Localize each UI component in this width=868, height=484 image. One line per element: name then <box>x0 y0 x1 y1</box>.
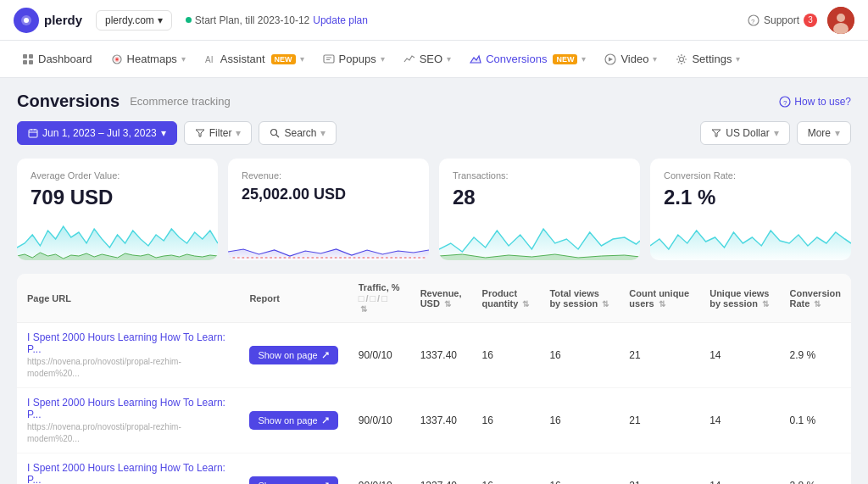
metric-value-aov: 709 USD <box>31 186 204 209</box>
navbar: Dashboard Heatmaps ▾ AI Assistant NEW ▾ … <box>0 41 868 78</box>
nav-item-assistant[interactable]: AI Assistant NEW ▾ <box>196 47 313 70</box>
nav-item-popups[interactable]: Popups ▾ <box>314 47 393 70</box>
metric-card-revenue: Revenue: 25,002.00 USD <box>228 159 429 260</box>
sort-icon-total-views[interactable]: ⇅ <box>602 299 609 309</box>
video-icon <box>604 53 616 65</box>
nav-label-settings: Settings <box>692 53 732 65</box>
sort-icon-unique-views[interactable]: ⇅ <box>762 299 769 309</box>
sort-icon[interactable]: ⇅ <box>360 304 367 314</box>
svg-rect-15 <box>324 55 334 63</box>
chevron-down-icon: ▾ <box>447 54 451 64</box>
chart-svg-aov <box>17 214 218 260</box>
settings-icon <box>676 53 687 65</box>
external-link-icon <box>321 351 330 359</box>
svg-marker-28 <box>196 130 204 136</box>
col-label-report: Report <box>249 293 279 303</box>
currency-button[interactable]: US Dollar ▾ <box>700 121 789 145</box>
search-button[interactable]: Search ▾ <box>259 121 337 145</box>
col-conversion-rate: ConversionRate ⇅ <box>779 274 851 323</box>
sort-icon-qty[interactable]: ⇅ <box>522 299 529 309</box>
cell-revenue-1: 1337.40 <box>410 388 472 453</box>
page-url-link-2[interactable]: I Spent 2000 Hours Learning How To Learn… <box>27 462 229 484</box>
table-row: I Spent 2000 Hours Learning How To Learn… <box>17 323 851 388</box>
page-header-left: Conversions Ecommerce tracking <box>17 92 231 111</box>
svg-rect-8 <box>29 54 33 58</box>
support-icon: ? <box>748 14 760 26</box>
heatmaps-icon <box>111 53 123 65</box>
col-label-page-url: Page URL <box>27 293 71 303</box>
update-plan-link[interactable]: Update plan <box>313 14 368 26</box>
cell-qty-0: 16 <box>472 323 540 388</box>
metric-card-conversion-rate: Conversion Rate: 2.1 % <box>650 159 851 260</box>
page-url-link-0[interactable]: I Spent 2000 Hours Learning How To Learn… <box>27 331 229 355</box>
nav-item-seo[interactable]: SEO ▾ <box>395 47 459 70</box>
svg-rect-7 <box>23 54 27 58</box>
chevron-down-icon: ▾ <box>158 14 163 26</box>
page-url-link-1[interactable]: I Spent 2000 Hours Learning How To Learn… <box>27 397 229 420</box>
search-label: Search <box>284 127 316 139</box>
nav-item-dashboard[interactable]: Dashboard <box>14 47 101 70</box>
show-on-page-button-0[interactable]: Show on page <box>249 346 337 364</box>
icon-box: □ <box>359 293 364 303</box>
svg-text:AI: AI <box>205 55 213 64</box>
col-label-traffic: Traffic, % <box>359 282 400 292</box>
nav-item-settings[interactable]: Settings ▾ <box>667 47 748 70</box>
metric-chart-conversion-rate <box>650 214 851 260</box>
nav-label-assistant: Assistant <box>220 53 265 65</box>
table-body: I Spent 2000 Hours Learning How To Learn… <box>17 323 851 485</box>
nav-label-dashboard: Dashboard <box>38 53 92 65</box>
metric-label-revenue: Revenue: <box>242 170 415 181</box>
cell-unique-users-0: 21 <box>619 323 699 388</box>
cell-cr-2: 2.8 % <box>779 453 851 485</box>
show-on-page-button-1[interactable]: Show on page <box>249 411 337 430</box>
support-badge: 3 <box>804 14 817 27</box>
more-button[interactable]: More ▾ <box>797 121 851 145</box>
avatar-image <box>827 7 854 34</box>
chevron-down-icon: ▾ <box>581 54 586 64</box>
col-unique-users: Count uniqueusers ⇅ <box>619 274 699 323</box>
metric-card-aov: Average Order Value: 709 USD <box>17 159 218 260</box>
site-selector[interactable]: plerdy.com ▾ <box>96 10 172 31</box>
page-url-sub-0: https://novena.pro/novosti/propal-rezhim… <box>27 357 181 378</box>
svg-marker-31 <box>712 130 721 136</box>
nav-item-conversions[interactable]: Conversions NEW ▾ <box>461 47 594 70</box>
filter-button[interactable]: Filter ▾ <box>184 121 253 145</box>
sort-icon-revenue[interactable]: ⇅ <box>444 299 451 309</box>
col-traffic-icons: □ / □ / □ <box>359 293 400 303</box>
logo-icon <box>14 8 39 33</box>
user-avatar[interactable] <box>827 7 854 34</box>
how-to-button[interactable]: ? How to use? <box>779 96 851 108</box>
nav-label-seo: SEO <box>420 53 442 65</box>
nav-item-heatmaps[interactable]: Heatmaps ▾ <box>103 47 194 70</box>
cell-total-views-1: 16 <box>539 388 619 453</box>
new-badge-assistant: NEW <box>271 54 296 64</box>
table-header-row: Page URL Report Traffic, % □ / □ / □ <box>17 274 851 323</box>
table-head: Page URL Report Traffic, % □ / □ / □ <box>17 274 851 323</box>
sort-icon-unique-users[interactable]: ⇅ <box>659 299 665 309</box>
topbar-right: ? Support 3 <box>748 7 854 34</box>
page-header: Conversions Ecommerce tracking ? How to … <box>17 92 851 111</box>
svg-text:?: ? <box>751 18 755 25</box>
cell-revenue-2: 1337.40 <box>410 453 472 485</box>
cell-total-views-2: 16 <box>539 453 619 485</box>
nav-item-video[interactable]: Video ▾ <box>596 47 665 70</box>
calendar-icon <box>28 128 38 138</box>
support-button[interactable]: ? Support 3 <box>748 14 817 27</box>
cell-cr-0: 2.9 % <box>779 323 851 388</box>
page-url-sub-1: https://novena.pro/novosti/propal-rezhim… <box>27 422 181 443</box>
cell-unique-views-1: 14 <box>699 388 779 453</box>
nav-label-conversions: Conversions <box>486 53 547 65</box>
chevron-down-icon: ▾ <box>381 54 385 64</box>
seo-icon <box>403 53 415 65</box>
plan-dot <box>186 17 192 23</box>
filter-label: Filter <box>209 127 232 139</box>
date-range-button[interactable]: Jun 1, 2023 – Jul 3, 2023 ▾ <box>17 121 177 145</box>
brand-logo[interactable]: plerdy <box>14 8 82 33</box>
page-subtitle: Ecommerce tracking <box>130 95 230 108</box>
show-on-page-button-2[interactable]: Show on page <box>249 476 337 484</box>
sort-icon-cr[interactable]: ⇅ <box>814 299 821 309</box>
search-icon <box>270 128 280 138</box>
metric-value-revenue: 25,002.00 USD <box>242 186 415 203</box>
svg-point-29 <box>271 130 277 136</box>
new-badge-conversions: NEW <box>553 54 577 64</box>
